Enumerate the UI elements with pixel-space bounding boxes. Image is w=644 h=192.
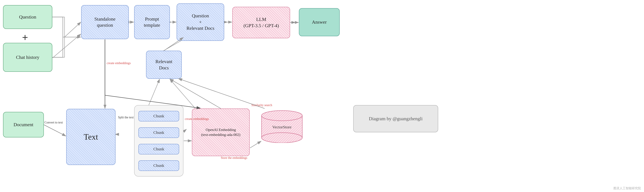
standalone-question-label: Standalonequestion bbox=[94, 16, 116, 28]
relevant-docs-label: RelevantDocs bbox=[156, 59, 172, 71]
relevant-docs-node: RelevantDocs bbox=[146, 51, 182, 79]
chunk-4: Chunk bbox=[138, 160, 179, 171]
text-label: Text bbox=[84, 132, 98, 142]
openai-embedding-label: OpenAI Embedding(text-embedding-ada-002) bbox=[201, 127, 240, 137]
openai-embedding-node: OpenAI Embedding(text-embedding-ada-002) bbox=[192, 108, 250, 156]
svg-line-39 bbox=[44, 125, 66, 136]
vectorstore-node: VectorStore bbox=[260, 109, 304, 143]
store-embeddings-label: Store the embeddings bbox=[221, 156, 247, 160]
diagram-credit-node: Diagram by @guangzhengli bbox=[353, 105, 438, 132]
chat-history-label: Chat history bbox=[16, 54, 40, 60]
vectorstore-svg: VectorStore bbox=[260, 109, 304, 143]
answer-label: Answer bbox=[312, 19, 326, 25]
convert-to-text-label: Convert to text bbox=[44, 121, 63, 124]
watermark: 图灵人工智能研究院 bbox=[614, 186, 641, 190]
svg-line-6 bbox=[64, 22, 81, 37]
question-relevant-docs-node: Question+Relevant Docs bbox=[176, 4, 224, 41]
chunk-2: Chunk bbox=[138, 127, 179, 138]
chunk-3: Chunk bbox=[138, 144, 179, 154]
llm-label: LLM(GPT-3.5 / GPT-4) bbox=[244, 16, 279, 29]
svg-line-16 bbox=[170, 79, 195, 108]
similarity-search-label: Similarity search bbox=[251, 103, 272, 107]
prompt-template-node: Prompttemplate bbox=[134, 5, 170, 39]
document-node: Document bbox=[3, 112, 44, 137]
plus-sign: + bbox=[22, 32, 28, 43]
question-node: Question bbox=[3, 5, 52, 29]
llm-node: LLM(GPT-3.5 / GPT-4) bbox=[232, 7, 290, 38]
text-node: Text bbox=[66, 109, 116, 165]
svg-point-22 bbox=[262, 111, 302, 121]
svg-line-41 bbox=[250, 141, 261, 148]
svg-line-38 bbox=[170, 79, 221, 108]
svg-line-2 bbox=[53, 34, 81, 58]
prompt-template-label: Prompttemplate bbox=[144, 16, 160, 28]
svg-line-42 bbox=[178, 79, 264, 108]
diagram-credit-label: Diagram by @guangzhengli bbox=[369, 116, 423, 122]
svg-text:VectorStore: VectorStore bbox=[272, 125, 292, 129]
answer-node: Answer bbox=[299, 8, 340, 36]
question-relevant-docs-label: Question+Relevant Docs bbox=[186, 13, 214, 31]
question-label: Question bbox=[19, 14, 36, 20]
document-label: Document bbox=[14, 122, 34, 128]
svg-point-23 bbox=[262, 133, 302, 143]
chunks-container: Chunk Chunk Chunk Chunk bbox=[134, 105, 184, 176]
diagram-canvas: Question + Chat history Standalonequesti… bbox=[0, 0, 644, 192]
chat-history-node: Chat history bbox=[3, 43, 52, 72]
create-embeddings-top-label: create embeddings bbox=[107, 61, 131, 65]
standalone-question-node: Standalonequestion bbox=[81, 5, 129, 39]
chunk-1: Chunk bbox=[138, 111, 179, 121]
svg-line-13 bbox=[44, 125, 66, 136]
